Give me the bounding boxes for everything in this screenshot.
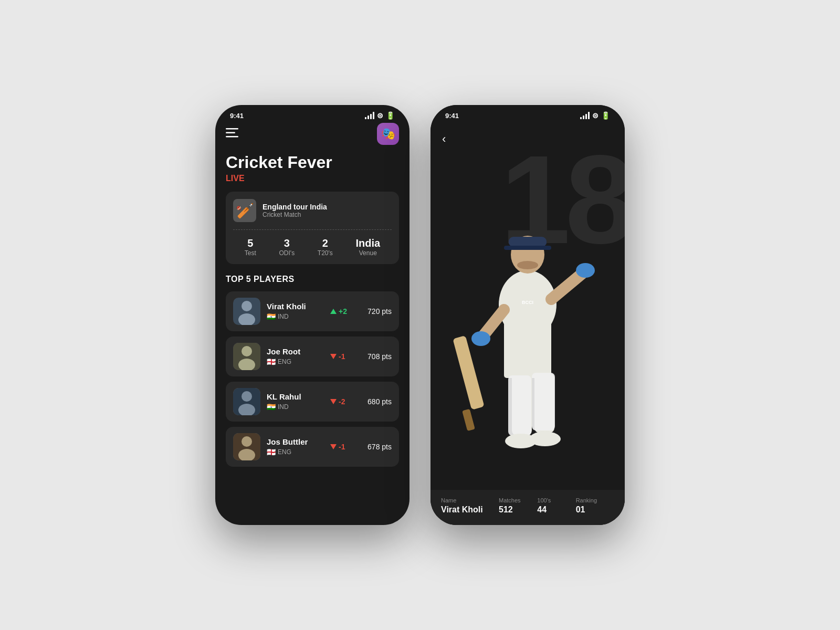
status-icons-left: ⊜ 🔋 [365,111,395,120]
stat-test: 5 Test [245,237,256,257]
time-left: 9:41 [230,112,244,120]
user-avatar[interactable]: 🎭 [377,123,399,145]
detail-ranking-col: Ranking 01 [576,497,614,514]
signal-icon [365,112,374,119]
svg-rect-18 [509,237,547,246]
match-title: England tour India [262,203,327,211]
wifi-icon: ⊜ [377,111,383,120]
battery-icon: 🔋 [386,111,395,120]
svg-rect-1 [226,132,235,133]
ranking-label: Ranking [576,497,614,503]
svg-rect-19 [504,246,551,250]
player-info-2: Joe Root 🏴󠁧󠁢󠁥󠁮󠁧󠁿 ENG [267,347,324,366]
player-info-1: Virat Kholi 🇮🇳 IND [267,302,324,321]
svg-rect-25 [453,335,484,410]
player-thumb-3 [233,388,260,415]
player-card-2[interactable]: Joe Root 🏴󠁧󠁢󠁥󠁮󠁧󠁿 ENG -1 708 pts [226,337,399,376]
ranking-value: 01 [576,505,614,514]
app-title: Cricket Fever [226,153,399,172]
match-card[interactable]: 🏏 England tour India Cricket Match 5 Tes… [226,192,399,264]
matches-value: 512 [499,505,537,514]
svg-point-23 [576,263,595,278]
status-icons-right: ⊜ 🔋 [580,111,610,120]
player-pts-4: 678 pts [363,443,392,451]
back-button[interactable]: ‹ [442,132,446,146]
status-bar-right: 9:41 ⊜ 🔋 [430,105,625,123]
player-card-1[interactable]: Virat Kholi 🇮🇳 IND +2 720 pts [226,291,399,331]
player-image: BCCI [430,105,625,525]
svg-line-22 [483,310,504,336]
svg-rect-26 [462,409,475,432]
svg-point-35 [517,261,538,269]
top-bar: 🎭 [226,123,399,145]
matches-label: Matches [499,497,537,503]
right-phone: 9:41 ⊜ 🔋 ‹ 18 [430,105,625,525]
match-subtitle: Cricket Match [262,211,327,218]
match-info: England tour India Cricket Match [262,203,327,218]
match-header: 🏏 England tour India Cricket Match [233,199,392,222]
arrow-down-4 [330,444,337,449]
name-value: Virat Kholi [441,505,499,514]
flag-eng-4: 🏴󠁧󠁢󠁥󠁮󠁧󠁿 [267,448,276,456]
live-badge: LIVE [226,174,399,183]
svg-point-10 [242,391,252,402]
svg-point-13 [242,436,252,447]
player-pts-2: 708 pts [363,352,392,361]
status-bar-left: 9:41 ⊜ 🔋 [215,105,410,123]
battery-icon-right: 🔋 [601,111,610,120]
match-divider [233,229,392,230]
player-pts-3: 680 pts [363,397,392,406]
svg-point-7 [242,346,252,356]
stat-odis: 3 ODI's [279,237,295,257]
name-label: Name [441,497,499,503]
arrow-down-2 [330,354,337,359]
right-screen: 9:41 ⊜ 🔋 ‹ 18 [430,105,625,525]
svg-rect-30 [532,373,555,430]
flag-ind-3: 🇮🇳 [267,403,276,411]
player-card-4[interactable]: Jos Buttler 🏴󠁧󠁢󠁥󠁮󠁧󠁿 ENG -1 678 pts [226,427,399,467]
svg-text:BCCI: BCCI [522,300,533,305]
svg-rect-29 [508,375,531,436]
player-change-3: -2 [330,397,356,406]
player-thumb-2 [233,343,260,370]
stat-t20s: 2 T20's [318,237,333,257]
detail-name-col: Name Virat Kholi [441,497,499,514]
svg-point-32 [529,432,561,446]
flag-eng-2: 🏴󠁧󠁢󠁥󠁮󠁧󠁿 [267,358,276,366]
detail-hundreds-col: 100's 44 [537,497,575,514]
player-pts-1: 720 pts [363,307,392,316]
player-info-4: Jos Buttler 🏴󠁧󠁢󠁥󠁮󠁧󠁿 ENG [267,437,324,456]
player-detail-bar: Name Virat Kholi Matches 512 100's 44 Ra… [430,490,625,525]
player-change-1: +2 [330,307,356,316]
menu-icon[interactable] [226,128,238,140]
left-screen-content: 🎭 Cricket Fever LIVE 🏏 England tour Indi… [215,123,410,522]
signal-icon-right [580,112,590,119]
arrow-down-3 [330,399,337,404]
svg-rect-20 [504,315,551,378]
match-stats: 5 Test 3 ODI's 2 T20's India Venue [233,237,392,257]
player-card-3[interactable]: KL Rahul 🇮🇳 IND -2 680 pts [226,382,399,422]
flag-ind-1: 🇮🇳 [267,312,276,321]
player-thumb-1 [233,298,260,325]
svg-point-4 [242,301,252,311]
screens-container: 9:41 ⊜ 🔋 [215,105,625,525]
hundreds-label: 100's [537,497,575,503]
stat-venue: India Venue [355,237,380,257]
section-title-players: TOP 5 PLAYERS [226,275,399,284]
player-change-2: -1 [330,352,356,361]
player-info-3: KL Rahul 🇮🇳 IND [267,392,324,411]
svg-line-21 [551,273,583,299]
time-right: 9:41 [445,112,459,120]
wifi-icon-right: ⊜ [592,111,598,120]
svg-rect-0 [226,128,238,130]
match-thumbnail: 🏏 [233,199,256,222]
svg-rect-2 [226,136,238,138]
left-phone: 9:41 ⊜ 🔋 [215,105,410,525]
player-change-4: -1 [330,443,356,451]
detail-matches-col: Matches 512 [499,497,537,514]
player-thumb-4 [233,433,260,460]
svg-point-24 [471,331,490,346]
arrow-up-1 [330,309,337,314]
hundreds-value: 44 [537,505,575,514]
